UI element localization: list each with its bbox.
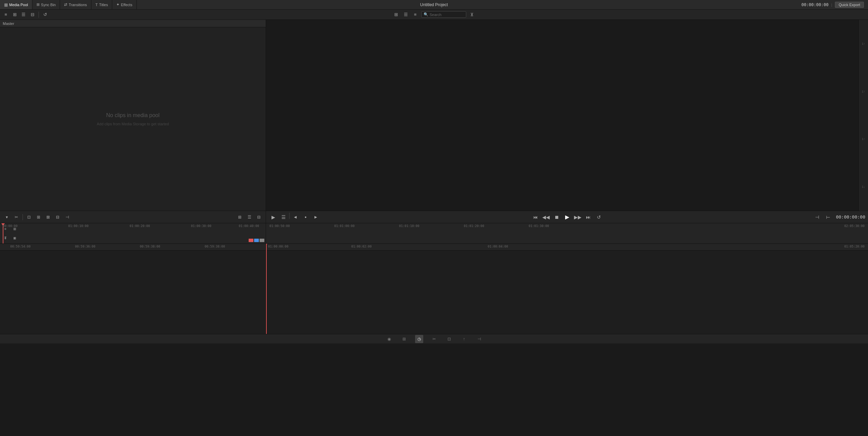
right-side-ticks: 1↑ 1↑ 1↑ 1↓: [858, 20, 868, 211]
app-wrapper: ▦ Media Pool ⊞ Sync Bin ⇄ Transitions T …: [0, 0, 868, 436]
top-nav-bar: ▦ Media Pool ⊞ Sync Bin ⇄ Transitions T …: [0, 0, 868, 10]
transport-nav-right[interactable]: ▶: [311, 213, 320, 222]
transport-next-frame[interactable]: ▶▶: [573, 213, 582, 222]
transport-right-controls: ⊣ ⊢ 00:00:00:00: [813, 213, 865, 222]
preview-panel: 1↑ 1↑ 1↑ 1↓: [266, 20, 868, 211]
lower-right-ruler-bar: 01:00:00:00 01:00:02:00 01:00:04:00 01:0…: [266, 244, 868, 251]
tick-4: 1↓: [862, 185, 865, 188]
transport-mark-out[interactable]: ⊢: [824, 213, 833, 222]
grid-view-btn[interactable]: ⊞: [393, 11, 400, 18]
transport-prev-frame[interactable]: ◀◀: [542, 213, 550, 222]
tick-2: 1↑: [862, 90, 865, 93]
upper-r-ts-4: 01:01:20:00: [464, 224, 484, 228]
search-bar: 🔍: [421, 11, 466, 18]
transport-left-controls: ▶ ☰ ◀ ● ▶: [269, 213, 320, 222]
media-pool-empty-state: No clips in media pool Add clips from Me…: [0, 27, 266, 211]
detail-view-btn[interactable]: ≡: [412, 11, 419, 18]
toolbar-icon-btn-3[interactable]: ☰: [20, 11, 27, 18]
bottom-btn-3[interactable]: ◷: [415, 335, 423, 343]
top-right-controls: 00:00:00:00 | Quick Export: [801, 2, 868, 8]
quick-export-button[interactable]: Quick Export: [835, 2, 864, 8]
tab-titles[interactable]: T Titles: [91, 0, 113, 9]
preview-area: [266, 20, 868, 211]
search-input[interactable]: [430, 13, 464, 17]
transport-to-end[interactable]: ⏭: [584, 213, 593, 222]
track-tool-c2[interactable]: ⊞: [11, 234, 19, 242]
transport-stop[interactable]: ⏹: [552, 213, 561, 222]
filter-btn[interactable]: ⊻: [468, 11, 476, 18]
transport-mark-in[interactable]: ⊣: [813, 213, 822, 222]
transport-timecode: 00:00:00:00: [835, 214, 865, 220]
lower-left-tracks: 00:59:54:00 00:59:36:00 00:59:38:00 00:5…: [0, 244, 266, 334]
empty-sub-text: Add clips from Media Storage to get star…: [97, 122, 169, 126]
toolbar-separator-1: [39, 12, 39, 18]
upper-r-ts-6: 02:05:30:00: [844, 224, 865, 228]
media-pool-panel: Master No clips in media pool Add clips …: [0, 20, 266, 211]
list-view-btn[interactable]: ☰: [402, 11, 410, 18]
transport-mode-btn[interactable]: ▶: [269, 213, 278, 222]
transport-list-btn[interactable]: ☰: [279, 213, 288, 222]
tl-separator-1: [23, 214, 23, 220]
bottom-btn-6[interactable]: ↑: [460, 335, 468, 343]
toolbar-refresh-btn[interactable]: ↺: [41, 11, 49, 18]
master-text: Master: [3, 22, 14, 26]
tab-transitions-label: Transitions: [69, 3, 87, 7]
tl-tool-4[interactable]: ⊞: [34, 213, 43, 221]
empty-main-text: No clips in media pool: [106, 112, 160, 118]
bottom-track-tools: ≡ ⊞: [1, 234, 19, 242]
tab-media-pool-label: Media Pool: [9, 3, 28, 7]
timeline-left-toolbar: ▾ ✂ ⊡ ⊞ ⊠ ⊟ ⊣ ⊞ ☰ ⊟: [0, 211, 266, 223]
tl-view-1[interactable]: ⊞: [236, 213, 244, 221]
master-label: Master: [0, 20, 266, 27]
ruler-ts-5: 01:00:40:00: [239, 224, 259, 228]
bottom-btn-4[interactable]: ✂: [430, 335, 438, 343]
main-row: Master No clips in media pool Add clips …: [0, 20, 868, 211]
bottom-btn-2[interactable]: ⊞: [400, 335, 408, 343]
tab-transitions[interactable]: ⇄ Transitions: [60, 0, 91, 9]
upper-r-ts-1: 01:00:50:00: [269, 224, 290, 228]
lower-ruler-2: 00:59:36:00: [75, 245, 95, 248]
tl-tool-7[interactable]: ⊣: [63, 213, 71, 221]
tl-tool-1[interactable]: ▾: [3, 213, 11, 221]
lower-r-ts-2: 01:00:02:00: [351, 245, 372, 248]
transport-dot-btn[interactable]: ●: [301, 213, 310, 222]
transport-loop[interactable]: ↺: [594, 213, 603, 222]
transport-to-start[interactable]: ⏮: [531, 213, 540, 222]
color-swatch-red: [249, 239, 253, 242]
ruler-ts-2: 01:00:10:00: [68, 224, 89, 228]
upper-r-ts-3: 01:01:10:00: [399, 224, 420, 228]
tl-view-3[interactable]: ⊟: [255, 213, 263, 221]
lower-ruler-3: 00:59:38:00: [140, 245, 160, 248]
project-title: Untitled Project: [420, 2, 448, 7]
media-pool-icon: ▦: [4, 2, 8, 7]
bottom-btn-5[interactable]: ⊡: [445, 335, 453, 343]
color-swatch-gray: [260, 239, 264, 242]
content-playhead: [266, 244, 267, 334]
ruler-ts-3: 01:00:20:00: [130, 224, 150, 228]
sync-bin-icon: ⊞: [36, 2, 40, 7]
tick-1: 1↑: [862, 42, 865, 45]
bottom-btn-7[interactable]: ⊣: [475, 335, 483, 343]
transport-nav-left[interactable]: ◀: [291, 213, 300, 222]
ruler-ts-4: 01:00:30:00: [191, 224, 211, 228]
transport-bar: ▶ ☰ ◀ ● ▶ ⏮ ◀◀ ⏹ ▶ ▶▶ ⏭ ↺ ⊣ ⊢: [266, 211, 868, 223]
tl-tool-5[interactable]: ⊠: [44, 213, 52, 221]
tl-tool-6[interactable]: ⊟: [54, 213, 62, 221]
bottom-btn-1[interactable]: ◉: [385, 335, 393, 343]
upper-r-ts-2: 01:01:00:00: [334, 224, 355, 228]
lower-r-ts-1: 01:00:00:00: [268, 245, 289, 248]
toolbar-icon-btn-4[interactable]: ⊟: [29, 11, 36, 18]
toolbar-icon-btn-2[interactable]: ⊞: [11, 11, 18, 18]
tl-tool-3[interactable]: ⊡: [25, 213, 33, 221]
tab-effects-label: Effects: [121, 3, 132, 7]
tab-effects[interactable]: ✦ Effects: [112, 0, 136, 9]
tl-view-2[interactable]: ☰: [245, 213, 253, 221]
tab-media-pool[interactable]: ▦ Media Pool: [0, 0, 32, 9]
upper-r-ts-5: 01:01:30:00: [529, 224, 549, 228]
tab-sync-bin[interactable]: ⊞ Sync Bin: [32, 0, 60, 9]
color-swatch-blue: [254, 239, 259, 242]
tl-tool-2[interactable]: ✂: [12, 213, 20, 221]
tab-sync-bin-label: Sync Bin: [41, 3, 56, 7]
transport-play[interactable]: ▶: [563, 213, 572, 222]
toolbar-icon-btn-1[interactable]: ≡: [2, 11, 10, 18]
